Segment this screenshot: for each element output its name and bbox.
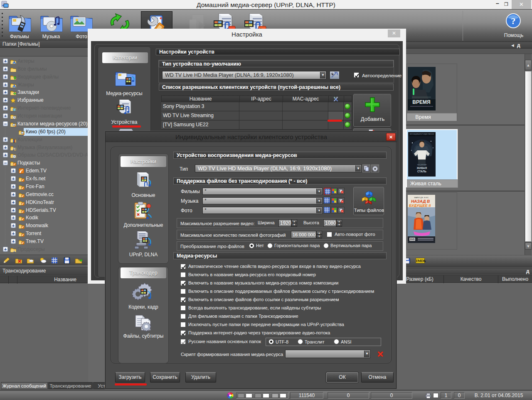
svg-text:СТАЛЬ: СТАЛЬ	[417, 170, 426, 173]
svg-text:DVD: DVD	[410, 238, 415, 240]
svg-text:ЖИВАЯ: ЖИВАЯ	[416, 167, 427, 169]
svg-text:НЕПОБЕДИМЫЙ В РОЖДЕСТВЕНСКИ: НЕПОБЕДИМЫЙ В РОЖДЕСТВЕНСКИ	[410, 133, 434, 135]
svg-text:?: ?	[511, 16, 516, 26]
svg-text:БУДУЩЕЕ II: БУДУЩЕЕ II	[409, 204, 431, 208]
svg-text:МАЙКЛ ДЖ. ФОКС: МАЙКЛ ДЖ. ФОКС	[414, 196, 429, 199]
svg-text:ВРЕМЯ: ВРЕМЯ	[412, 99, 430, 105]
svg-text:ХЬЮ ДЖЕКМАН: ХЬЮ ДЖЕКМАН	[417, 164, 426, 166]
svg-text:НАЗАД В: НАЗАД В	[411, 199, 430, 204]
